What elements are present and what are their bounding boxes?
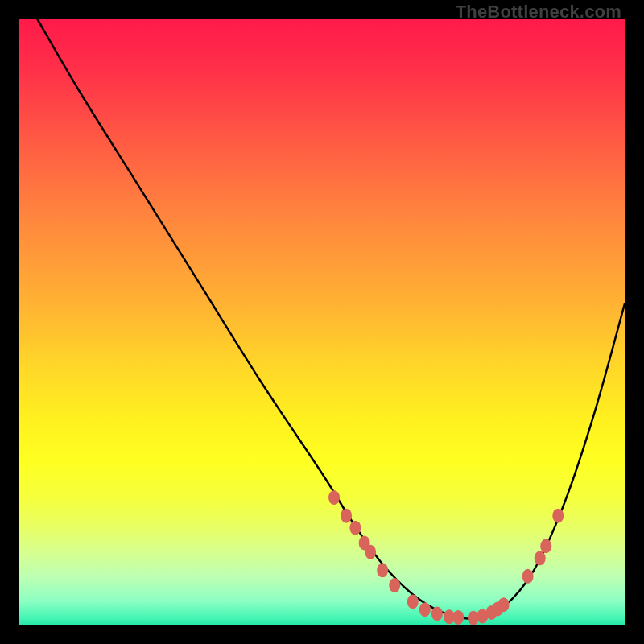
chart-marker — [328, 490, 340, 505]
chart-marker — [535, 551, 546, 565]
chart-marker — [365, 545, 376, 559]
chart-svg — [19, 19, 625, 625]
chart-marker — [552, 509, 564, 523]
chart-marker — [540, 539, 551, 553]
chart-marker — [407, 594, 419, 609]
chart-marker — [377, 563, 388, 577]
chart-marker — [452, 610, 464, 625]
chart-marker — [419, 602, 431, 617]
chart-marker — [431, 606, 443, 621]
curve-line — [38, 19, 625, 619]
chart-marker — [389, 578, 400, 592]
chart-markers — [328, 490, 564, 625]
chart-marker — [349, 521, 361, 535]
chart-container — [19, 19, 625, 625]
chart-marker — [522, 569, 534, 584]
chart-marker — [341, 509, 352, 523]
chart-marker — [498, 597, 510, 612]
